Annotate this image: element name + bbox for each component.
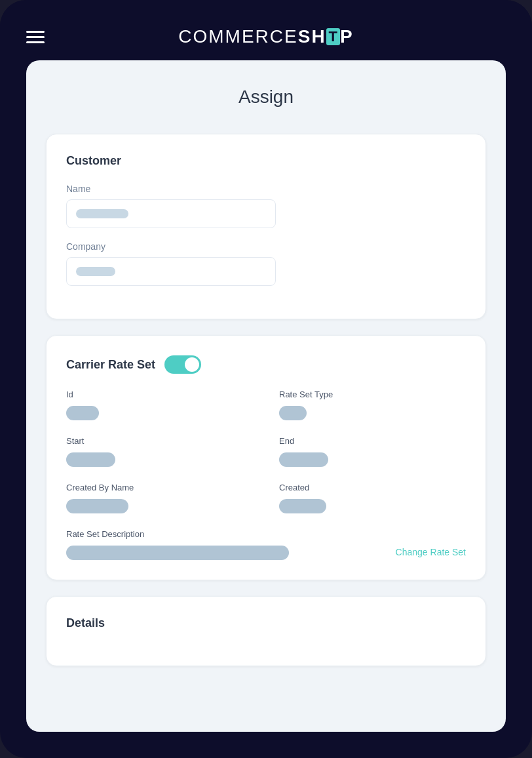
carrier-rate-toggle[interactable] xyxy=(164,355,201,374)
customer-card: Customer Name Company xyxy=(46,134,486,319)
logo-t-icon: T xyxy=(326,28,340,45)
desc-value-skeleton xyxy=(66,546,289,560)
logo-text-p: P xyxy=(340,26,354,47)
details-card: Details xyxy=(46,596,486,666)
start-field: Start xyxy=(66,436,253,467)
rate-set-type-field: Rate Set Type xyxy=(279,389,466,420)
start-label: Start xyxy=(66,436,253,446)
name-field-group: Name xyxy=(66,184,466,228)
company-field-group: Company xyxy=(66,241,466,286)
header: COMMERCE SH T P xyxy=(0,0,532,60)
toggle-knob xyxy=(185,357,199,372)
details-card-title: Details xyxy=(66,616,466,630)
phone-frame: COMMERCE SH T P Assign Customer Name Com… xyxy=(0,0,532,758)
start-value-skeleton xyxy=(66,452,115,467)
created-label: Created xyxy=(279,483,466,492)
created-skeleton xyxy=(279,499,326,513)
customer-card-title: Customer xyxy=(66,154,466,168)
page-title: Assign xyxy=(46,87,486,108)
id-value-skeleton xyxy=(66,406,99,420)
change-rate-button[interactable]: Change Rate Set xyxy=(396,546,466,557)
company-label: Company xyxy=(66,241,466,252)
company-input-wrapper xyxy=(66,257,276,286)
end-field: End xyxy=(279,436,466,467)
logo-text-commerce: COMMERCE xyxy=(178,26,297,47)
logo-text-sh: SH xyxy=(298,26,326,47)
menu-icon[interactable] xyxy=(26,31,45,43)
rate-desc-label: Rate Set Description xyxy=(66,529,466,539)
logo: COMMERCE SH T P xyxy=(178,26,354,47)
rate-set-type-label: Rate Set Type xyxy=(279,389,466,399)
name-label: Name xyxy=(66,184,466,194)
end-label: End xyxy=(279,436,466,446)
name-skeleton xyxy=(76,209,128,218)
carrier-rate-card: Carrier Rate Set Id Rate Set Type xyxy=(46,335,486,580)
company-skeleton xyxy=(76,267,115,276)
created-by-label: Created By Name xyxy=(66,483,253,492)
end-value-skeleton xyxy=(279,452,328,467)
created-field: Created xyxy=(279,483,466,513)
carrier-rate-title-row: Carrier Rate Set xyxy=(66,355,466,374)
name-input-wrapper xyxy=(66,199,276,228)
carrier-rate-card-title: Carrier Rate Set xyxy=(66,358,155,372)
id-field: Id xyxy=(66,389,253,420)
rate-desc-row: Change Rate Set xyxy=(66,546,466,560)
rate-info-grid: Id Rate Set Type Start End xyxy=(66,389,466,513)
main-content: Assign Customer Name Company Carrier Rat… xyxy=(26,60,506,732)
created-by-field: Created By Name xyxy=(66,483,253,513)
id-label: Id xyxy=(66,389,253,399)
created-by-skeleton xyxy=(66,499,128,513)
rate-desc-section: Rate Set Description Change Rate Set xyxy=(66,529,466,560)
description-field xyxy=(66,546,396,560)
rate-set-type-skeleton xyxy=(279,406,307,420)
